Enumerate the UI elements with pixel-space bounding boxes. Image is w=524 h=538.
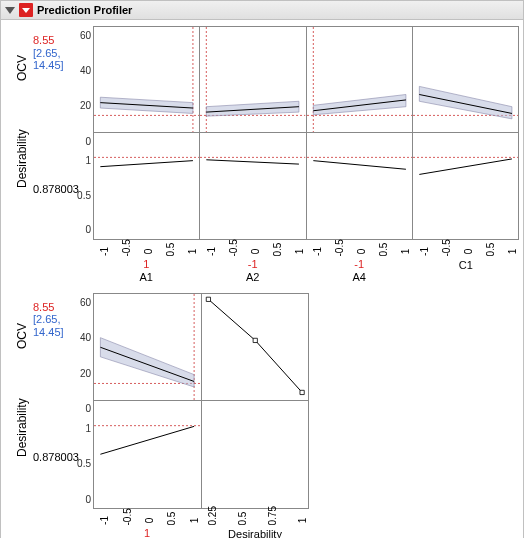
factor-value-A4[interactable]: -1 (354, 258, 364, 270)
xaxis-row-2: -1-0.500.51 1 C2 0.250.50.751 Desirabili… (5, 513, 519, 539)
cell-ocv-C1[interactable] (412, 27, 518, 132)
response-ci: [2.65, 14.45] (33, 47, 93, 72)
cell-ocv-C2[interactable] (94, 294, 201, 401)
xaxis-C2: -1-0.500.51 1 C2 (93, 513, 201, 539)
desirability-axis-label-2: Desirability (15, 398, 29, 457)
cell-blank (201, 401, 309, 508)
svg-rect-13 (206, 297, 210, 301)
panel-header[interactable]: Prediction Profiler (1, 1, 523, 20)
xaxis-C1: -1-0.500.51 C1 (413, 244, 520, 283)
cell-ocv-A4[interactable] (306, 27, 412, 132)
factor-value-A2[interactable]: -1 (248, 258, 258, 270)
profiler-row-2: OCV 8.55 [2.65, 14.45] 60 40 20 0 Desira… (5, 293, 519, 509)
y-labels-2: OCV 8.55 [2.65, 14.45] 60 40 20 0 Desira… (5, 293, 93, 509)
response-estimate-2: 8.55 (33, 301, 93, 314)
factor-name-des: Desirability (228, 528, 282, 539)
y-ticks-des-2: 1 0.5 0 (77, 419, 91, 509)
xaxis-A1: -1-0.500.51 1 A1 (93, 244, 200, 283)
cell-des-A1[interactable] (94, 133, 199, 238)
factor-name-A4: A4 (353, 271, 366, 283)
response-estimate: 8.55 (33, 34, 93, 47)
y-ticks-des: 1 0.5 0 (77, 151, 91, 240)
cell-ocv-A1[interactable] (94, 27, 199, 132)
svg-rect-15 (299, 390, 303, 394)
prediction-profiler-panel: Prediction Profiler OCV 8.55 [2.65, 14.4… (0, 0, 524, 538)
factor-value-A1[interactable]: 1 (143, 258, 149, 270)
cell-des-A4[interactable] (306, 133, 412, 238)
panel-title: Prediction Profiler (37, 4, 132, 16)
desirability-value-2: 0.878003 (33, 451, 79, 464)
desirability-axis-label: Desirability (15, 129, 29, 188)
xaxis-des: 0.250.50.751 Desirability (201, 513, 309, 539)
cell-ocv-A2[interactable] (199, 27, 305, 132)
charts-row-2 (93, 293, 309, 509)
factor-name-C1: C1 (459, 259, 473, 271)
cell-des-C2[interactable] (94, 401, 201, 508)
cell-des-C1[interactable] (412, 133, 518, 238)
factor-value-C2[interactable]: 1 (144, 527, 150, 539)
xaxis-A4: -1-0.500.51 -1 A4 (306, 244, 413, 283)
charts-row-1 (93, 26, 519, 240)
factor-name-A1: A1 (140, 271, 153, 283)
response-axis-label-2: OCV (15, 322, 29, 348)
cell-ocv-des[interactable] (201, 294, 309, 401)
hotspot-icon[interactable] (19, 3, 33, 17)
profiler-content: OCV 8.55 [2.65, 14.45] 60 40 20 0 Desira… (1, 20, 523, 538)
y-labels-1: OCV 8.55 [2.65, 14.45] 60 40 20 0 Desira… (5, 26, 93, 240)
factor-name-A2: A2 (246, 271, 259, 283)
profiler-row-1: OCV 8.55 [2.65, 14.45] 60 40 20 0 Desira… (5, 26, 519, 240)
xaxis-A2: -1-0.500.51 -1 A2 (200, 244, 307, 283)
desirability-value: 0.878003 (33, 183, 79, 196)
response-axis-label: OCV (15, 55, 29, 81)
disclosure-icon[interactable] (5, 7, 15, 14)
svg-rect-14 (253, 338, 257, 342)
response-ci-2: [2.65, 14.45] (33, 313, 93, 338)
cell-des-A2[interactable] (199, 133, 305, 238)
xaxis-row-1: -1-0.500.51 1 A1 -1-0.500.51 -1 A2 -1-0.… (5, 244, 519, 283)
